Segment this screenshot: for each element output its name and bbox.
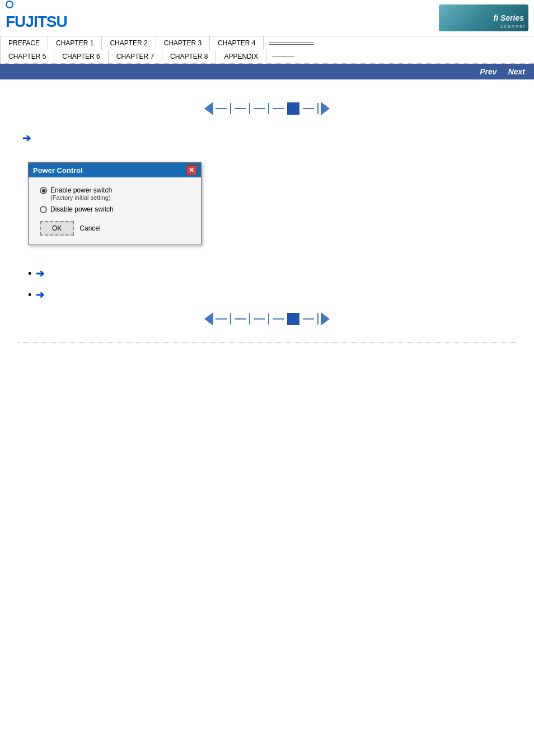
dialog-body: Enable power switch (Factory initial set… — [29, 177, 201, 245]
nav-chapter6[interactable]: CHAPTER 6 — [54, 50, 108, 63]
logo-text: FUJITSU — [6, 13, 67, 30]
bullet-content-2: ➔ — [36, 289, 44, 301]
radio-enable-sub: (Factory initial setting) — [50, 194, 112, 201]
page-header: FUJITSU fi Series Scanner — [0, 0, 534, 36]
slider-bar-2 — [235, 108, 246, 109]
main-content: ➔ Power Control ✕ Enable power switch (F… — [0, 79, 534, 354]
top-arrow-wrapper: ➔ — [22, 132, 517, 144]
slider-bar-1 — [216, 108, 227, 109]
nav-chapter8[interactable]: CHAPTER 8 — [162, 50, 216, 63]
bottom-slider-bar-2 — [235, 318, 246, 320]
nav-chapter4[interactable]: CHAPTER 4 — [210, 36, 264, 50]
bottom-slider-tick-2 — [249, 313, 250, 325]
slider-thumb[interactable] — [287, 102, 299, 115]
slider-tick-1 — [230, 103, 231, 114]
bottom-slider-thumb[interactable] — [287, 313, 299, 325]
fi-series-sublabel: Scanner — [499, 24, 526, 29]
slider-bar-5 — [303, 108, 314, 109]
bullet-arrow-2: ➔ — [36, 289, 44, 301]
nav-chapter3[interactable]: CHAPTER 3 — [156, 36, 210, 50]
nav-chapter7[interactable]: CHAPTER 7 — [109, 50, 162, 63]
nav-dashes-bottom — [266, 50, 300, 63]
dialog-ok-button[interactable]: OK — [40, 221, 74, 236]
fi-series-banner: fi Series Scanner — [439, 4, 528, 31]
dialog-titlebar: Power Control ✕ — [29, 163, 201, 177]
nav-chapter1[interactable]: CHAPTER 1 — [48, 36, 102, 50]
dialog-close-button[interactable]: ✕ — [186, 165, 196, 175]
bullet-item-1: • ➔ — [28, 267, 517, 280]
slider-bar-4 — [273, 108, 284, 109]
slider-tick-3 — [268, 103, 269, 114]
top-arrow-icon: ➔ — [22, 133, 31, 144]
fujitsu-logo: FUJITSU — [6, 5, 67, 31]
bullet-item-2: • ➔ — [28, 289, 517, 301]
top-slider-graphic — [17, 102, 517, 115]
radio-enable-label: Enable power switch (Factory initial set… — [50, 186, 112, 201]
nav-row-1: PREFACE CHAPTER 1 CHAPTER 2 CHAPTER 3 CH… — [0, 36, 534, 50]
logo-circle — [6, 1, 13, 8]
slider-left-arrow[interactable] — [204, 102, 213, 115]
nav-chapter5[interactable]: CHAPTER 5 — [0, 50, 54, 63]
bottom-slider-bar-5 — [303, 318, 314, 320]
dialog-title: Power Control — [33, 166, 83, 175]
bottom-slider-right-arrow[interactable] — [321, 312, 330, 326]
radio-disable-circle[interactable] — [40, 206, 47, 213]
radio-group: Enable power switch (Factory initial set… — [40, 186, 190, 213]
slider-right-arrow[interactable] — [321, 102, 330, 115]
slider-bar-3 — [254, 108, 265, 109]
bottom-slider-bar-3 — [254, 318, 265, 320]
content-section-1: ➔ Power Control ✕ Enable power switch (F… — [17, 132, 517, 256]
navigation-bar: PREFACE CHAPTER 1 CHAPTER 2 CHAPTER 3 CH… — [0, 36, 534, 64]
bullet-section: • ➔ • ➔ — [17, 267, 517, 301]
slider-tick-4 — [317, 103, 318, 114]
dialog-buttons: OK Cancel — [40, 221, 190, 236]
bottom-slider-tick-1 — [230, 313, 231, 325]
nav-chapter2[interactable]: CHAPTER 2 — [102, 36, 156, 50]
nav-dashes-right — [264, 36, 320, 50]
bottom-separator — [17, 342, 517, 343]
nav-appendix[interactable]: APPENDIX — [216, 50, 266, 63]
power-control-dialog-wrapper: Power Control ✕ Enable power switch (Fac… — [28, 162, 202, 245]
bottom-slider-bar-1 — [216, 318, 227, 320]
bottom-slider-tick-3 — [268, 313, 269, 325]
bullet-dot-2: • — [28, 290, 31, 300]
bullet-arrow-1: ➔ — [36, 267, 44, 280]
radio-enable-circle[interactable] — [40, 187, 47, 194]
bottom-slider-left-arrow[interactable] — [204, 312, 213, 326]
radio-disable-label: Disable power switch — [50, 205, 114, 213]
prev-button[interactable]: Prev — [480, 67, 496, 76]
next-button[interactable]: Next — [508, 67, 525, 76]
fi-series-label: fi Series — [494, 13, 524, 22]
radio-disable: Disable power switch — [40, 205, 190, 213]
nav-preface[interactable]: PREFACE — [0, 36, 48, 50]
bottom-slider-bar-4 — [273, 318, 284, 320]
prev-next-bar: Prev Next — [0, 64, 534, 79]
bullet-content-1: ➔ — [36, 267, 44, 280]
bullet-dot-1: • — [28, 269, 31, 279]
radio-enable-text: Enable power switch — [50, 186, 112, 194]
slider-tick-2 — [249, 103, 250, 114]
nav-dash-1 — [269, 42, 314, 43]
bottom-slider-graphic — [17, 312, 517, 326]
radio-enable: Enable power switch (Factory initial set… — [40, 186, 190, 201]
nav-dash-2 — [269, 44, 314, 45]
bottom-slider-tick-4 — [317, 313, 318, 325]
power-control-dialog: Power Control ✕ Enable power switch (Fac… — [28, 162, 202, 245]
nav-row-2: CHAPTER 5 CHAPTER 6 CHAPTER 7 CHAPTER 8 … — [0, 50, 534, 63]
dialog-cancel-button[interactable]: Cancel — [79, 224, 100, 232]
nav-dash-short — [272, 57, 294, 57]
